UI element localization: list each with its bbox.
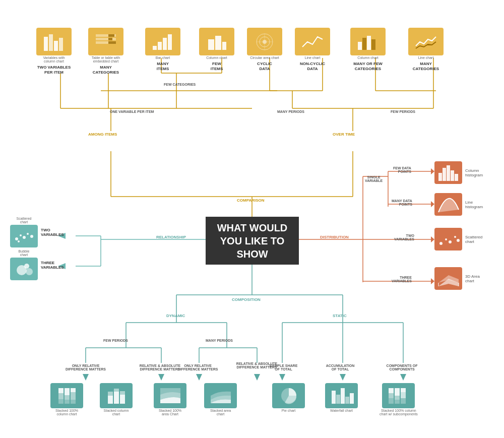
waterfall-icon	[325, 383, 358, 408]
chart-icon-many-few-cat	[350, 28, 386, 55]
distribution-label: DISTRIBUTION	[320, 235, 349, 239]
stacked-col-icon	[100, 383, 133, 408]
chart-pie: Pie chart	[272, 383, 305, 412]
few-items-label: FEWITEMS	[211, 61, 223, 72]
svg-rect-108	[447, 165, 450, 181]
svg-rect-149	[401, 398, 406, 404]
chart-icon-cyclic	[247, 28, 282, 55]
many-items-label: MANYITEMS	[157, 61, 169, 72]
svg-rect-121	[58, 393, 64, 399]
chart-icon-many-items	[145, 28, 180, 55]
svg-point-97	[15, 237, 18, 240]
chart-icon-many-cat2	[408, 28, 444, 55]
two-var-label: TWO VARIABLESPER ITEM	[37, 65, 71, 76]
svg-rect-122	[58, 399, 64, 404]
svg-rect-85	[208, 39, 214, 50]
svg-rect-110	[455, 174, 458, 181]
svg-rect-125	[65, 400, 70, 404]
stacked100-area-icon	[154, 383, 186, 408]
few-cat-label: FEW CATEGORIES	[164, 83, 196, 86]
chart-icon-two-var	[36, 28, 72, 55]
svg-rect-136	[332, 391, 336, 404]
chart-stacked-area: Stacked areachart	[204, 383, 237, 416]
svg-rect-134	[120, 391, 125, 395]
center-question-box: WHAT WOULD YOU LIKE TO SHOW	[206, 217, 299, 265]
diagram-container: WHAT WOULD YOU LIKE TO SHOW COMPARISON A…	[0, 0, 504, 438]
few-data-pts-label: FEW DATAPOINTS	[393, 166, 411, 173]
svg-point-101	[30, 235, 33, 238]
dist-col-hist: Columnhistogram	[434, 161, 483, 184]
stacked100-sub-icon	[382, 383, 415, 408]
svg-rect-79	[108, 38, 112, 40]
among-items-label: AMONG ITEMS	[88, 132, 117, 137]
svg-rect-147	[401, 388, 406, 392]
chart-cyclic: Circular area chart CYCLICDATA	[247, 28, 282, 72]
dist-line-hist: Linehistogram	[434, 193, 483, 216]
svg-point-112	[445, 238, 447, 240]
svg-rect-129	[108, 396, 113, 404]
svg-rect-148	[401, 392, 406, 398]
svg-marker-68	[279, 374, 285, 381]
svg-rect-130	[108, 392, 113, 396]
svg-rect-87	[222, 42, 226, 50]
svg-rect-78	[108, 34, 114, 37]
scattered-icon	[10, 225, 38, 247]
svg-point-98	[20, 234, 22, 236]
svg-rect-94	[362, 38, 366, 50]
chart-waterfall: Waterfall chart	[325, 383, 358, 412]
svg-rect-139	[345, 397, 349, 404]
chart-icon-many-cat1	[88, 28, 123, 55]
three-var-dist-label: THREEVARIABLES	[392, 276, 412, 283]
chart-stacked100-col: Stacked 100%column chart	[50, 383, 83, 416]
svg-rect-133	[120, 395, 125, 404]
relationship-three-var: Bubblechart THREEVARIABLES	[10, 249, 64, 280]
single-var-label: SINGLEVARIABLE	[365, 175, 383, 182]
svg-rect-83	[163, 38, 167, 50]
line-hist-icon	[434, 193, 462, 216]
col-hist-icon	[434, 161, 462, 184]
svg-marker-56	[158, 374, 164, 381]
relationship-two-var: Scatteredchart TWOVARIABLES	[10, 217, 64, 247]
svg-marker-69	[340, 374, 346, 381]
svg-point-115	[457, 239, 460, 242]
svg-rect-76	[96, 38, 116, 40]
two-var-dist-label: TWOVARIABLES	[394, 234, 414, 241]
svg-rect-145	[395, 396, 400, 400]
many-periods-top-label: MANY PERIODS	[277, 110, 304, 113]
svg-rect-120	[58, 388, 64, 393]
svg-rect-71	[44, 37, 48, 51]
svg-marker-37	[431, 168, 434, 174]
many-cat2-label: MANYCATEGORIES	[413, 61, 439, 72]
svg-rect-93	[358, 42, 362, 50]
svg-marker-38	[431, 201, 434, 207]
svg-point-104	[26, 268, 33, 275]
bubble-icon	[10, 258, 38, 280]
few-periods-dyn-label: FEW PERIODS	[103, 339, 128, 342]
svg-rect-107	[443, 168, 446, 181]
sample-share-label: SAMPLE SHAREOF TOTAL	[262, 364, 305, 371]
accum-total-label: ACCUMULATIONOF TOTAL	[318, 364, 363, 371]
chart-icon-non-cyclic	[295, 28, 330, 55]
svg-rect-73	[54, 41, 58, 51]
svg-rect-106	[438, 173, 442, 181]
svg-marker-61	[196, 374, 202, 381]
pie-icon	[272, 383, 305, 408]
dist-3d-area: 3D Areachart	[434, 267, 480, 290]
svg-rect-126	[71, 388, 76, 392]
svg-rect-81	[153, 46, 157, 50]
many-periods-dyn-label: MANY PERIODS	[206, 339, 233, 342]
over-time-label: OVER TIME	[333, 132, 355, 137]
svg-point-102	[18, 240, 20, 242]
chart-few-items: Column chart FEWITEMS	[199, 28, 234, 72]
svg-rect-84	[168, 34, 172, 50]
chart-stacked100-sub: Stacked 100% columnchart w/ subcomponent…	[380, 383, 418, 416]
comparison-label: COMPARISON	[237, 198, 265, 203]
chart-icon-few-items	[199, 28, 234, 55]
svg-rect-137	[336, 395, 340, 404]
svg-rect-109	[451, 170, 454, 181]
svg-rect-143	[389, 398, 394, 404]
center-question-text: WHAT WOULD YOU LIKE TO SHOW	[213, 221, 291, 261]
svg-marker-40	[431, 236, 434, 242]
composition-label: COMPOSITION	[232, 297, 261, 302]
3d-area-icon	[434, 267, 462, 290]
